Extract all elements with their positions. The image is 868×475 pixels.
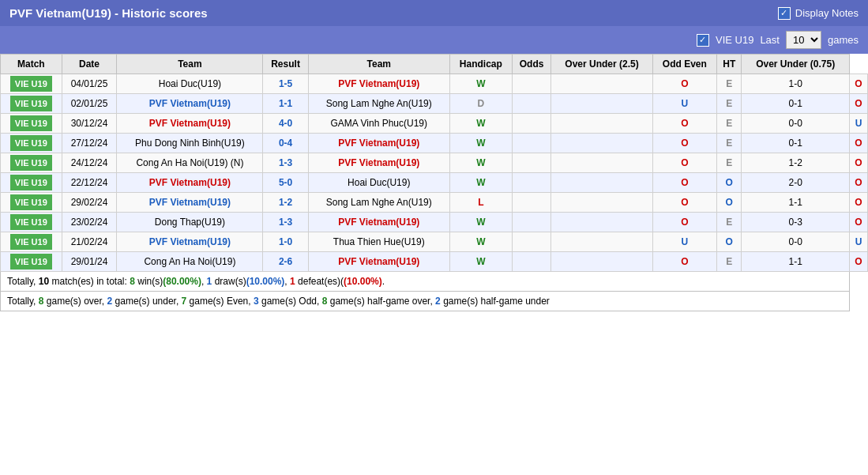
col-result: Result — [263, 55, 308, 74]
table-header-row: Match Date Team Result Team Handicap Odd… — [1, 55, 868, 74]
handicap-cell — [512, 193, 551, 213]
match-cell: VIE U19 — [1, 213, 62, 232]
odds-cell — [551, 213, 652, 232]
col-ou25: Over Under (2.5) — [551, 55, 652, 74]
team1-cell: Dong Thap(U19) — [117, 213, 263, 232]
ht-cell: 1-1 — [742, 193, 850, 213]
handicap-cell — [512, 114, 551, 134]
table-row: VIE U1902/01/25PVF Vietnam(U19)1-1Song L… — [1, 94, 868, 114]
table-row: VIE U1930/12/24PVF Vietnam(U19)4-0GAMA V… — [1, 114, 868, 134]
ou25-cell: O — [652, 153, 716, 173]
result-badge: W — [449, 173, 512, 193]
handicap-cell — [512, 252, 551, 272]
date-cell: 23/02/24 — [62, 213, 117, 232]
match-cell: VIE U19 — [1, 114, 62, 134]
score-cell: 1-2 — [263, 193, 308, 213]
team2-cell: PVF Vietnam(U19) — [308, 153, 449, 173]
ht-cell: 1-2 — [742, 153, 850, 173]
match-cell: VIE U19 — [1, 193, 62, 213]
ou25-cell: U — [652, 94, 716, 114]
result-badge: W — [449, 74, 512, 94]
team1-cell: Hoai Duc(U19) — [117, 74, 263, 94]
display-notes-checkbox[interactable]: ✓ — [778, 7, 791, 20]
team1-cell: PVF Vietnam(U19) — [117, 193, 263, 213]
ou25-cell: O — [652, 173, 716, 193]
odds-cell — [551, 173, 652, 193]
oe-cell: E — [717, 153, 742, 173]
team2-cell: PVF Vietnam(U19) — [308, 213, 449, 232]
odds-cell — [551, 193, 652, 213]
ou075-cell: O — [849, 94, 867, 114]
team2-cell: PVF Vietnam(U19) — [308, 252, 449, 272]
oe-cell: E — [717, 252, 742, 272]
date-cell: 02/01/25 — [62, 94, 117, 114]
ou25-cell: O — [652, 134, 716, 153]
table-row: VIE U1929/02/24PVF Vietnam(U19)1-2Song L… — [1, 193, 868, 213]
ht-cell: 0-0 — [742, 114, 850, 134]
match-cell: VIE U19 — [1, 232, 62, 252]
last-games-select[interactable]: 10 5 20 — [786, 31, 821, 49]
oe-cell: E — [717, 74, 742, 94]
match-cell: VIE U19 — [1, 252, 62, 272]
display-notes-label: Display Notes — [795, 7, 859, 19]
score-cell: 0-4 — [263, 134, 308, 153]
ht-cell: 1-0 — [742, 74, 850, 94]
date-cell: 27/12/24 — [62, 134, 117, 153]
ou075-cell: O — [849, 153, 867, 173]
col-oe: Odd Even — [652, 55, 716, 74]
games-label: games — [828, 34, 859, 46]
header-bar: PVF Vietnam(U19) - Historic scores ✓ Dis… — [0, 0, 868, 26]
table-row: VIE U1923/02/24Dong Thap(U19)1-3PVF Viet… — [1, 213, 868, 232]
ou075-cell: U — [849, 114, 867, 134]
col-odds: Odds — [512, 55, 551, 74]
score-cell: 1-5 — [263, 74, 308, 94]
summary-cell: Totally, 8 game(s) over, 2 game(s) under… — [1, 292, 850, 311]
ou25-cell: O — [652, 74, 716, 94]
handicap-cell — [512, 74, 551, 94]
ht-cell: 0-1 — [742, 134, 850, 153]
result-badge: W — [449, 153, 512, 173]
scores-table: Match Date Team Result Team Handicap Odd… — [0, 54, 868, 311]
ou075-cell: O — [849, 74, 867, 94]
table-row: VIE U1904/01/25Hoai Duc(U19)1-5PVF Vietn… — [1, 74, 868, 94]
date-cell: 24/12/24 — [62, 153, 117, 173]
team-label: VIE U19 — [716, 34, 753, 46]
odds-cell — [551, 153, 652, 173]
col-match: Match — [1, 55, 62, 74]
team2-cell: Thua Thien Hue(U19) — [308, 232, 449, 252]
handicap-cell — [512, 213, 551, 232]
score-cell: 2-6 — [263, 252, 308, 272]
date-cell: 21/02/24 — [62, 232, 117, 252]
team2-cell: PVF Vietnam(U19) — [308, 74, 449, 94]
team-checkbox[interactable]: ✓ — [697, 34, 709, 47]
score-cell: 5-0 — [263, 173, 308, 193]
col-team2: Team — [308, 55, 449, 74]
ou075-cell: O — [849, 134, 867, 153]
ht-cell: 1-1 — [742, 252, 850, 272]
score-cell: 4-0 — [263, 114, 308, 134]
ou075-cell: O — [849, 252, 867, 272]
oe-cell: O — [717, 193, 742, 213]
oe-cell: O — [717, 232, 742, 252]
filter-bar: ✓ VIE U19 Last 10 5 20 games — [0, 26, 868, 54]
ht-cell: 0-3 — [742, 213, 850, 232]
team2-cell: Song Lam Nghe An(U19) — [308, 94, 449, 114]
team1-cell: Cong An Ha Noi(U19) — [117, 252, 263, 272]
col-team1: Team — [117, 55, 263, 74]
handicap-cell — [512, 134, 551, 153]
date-cell: 29/02/24 — [62, 193, 117, 213]
result-badge: L — [449, 193, 512, 213]
handicap-cell — [512, 94, 551, 114]
col-handicap: Handicap — [449, 55, 512, 74]
ou075-cell: O — [849, 173, 867, 193]
ou075-cell: O — [849, 213, 867, 232]
col-date: Date — [62, 55, 117, 74]
table-row: VIE U1921/02/24PVF Vietnam(U19)1-0Thua T… — [1, 232, 868, 252]
result-badge: W — [449, 114, 512, 134]
ou25-cell: O — [652, 193, 716, 213]
team1-cell: Cong An Ha Noi(U19) (N) — [117, 153, 263, 173]
display-notes-control: ✓ Display Notes — [778, 7, 859, 20]
col-ht: HT — [717, 55, 742, 74]
ou075-cell: O — [849, 193, 867, 213]
ou075-cell: U — [849, 232, 867, 252]
